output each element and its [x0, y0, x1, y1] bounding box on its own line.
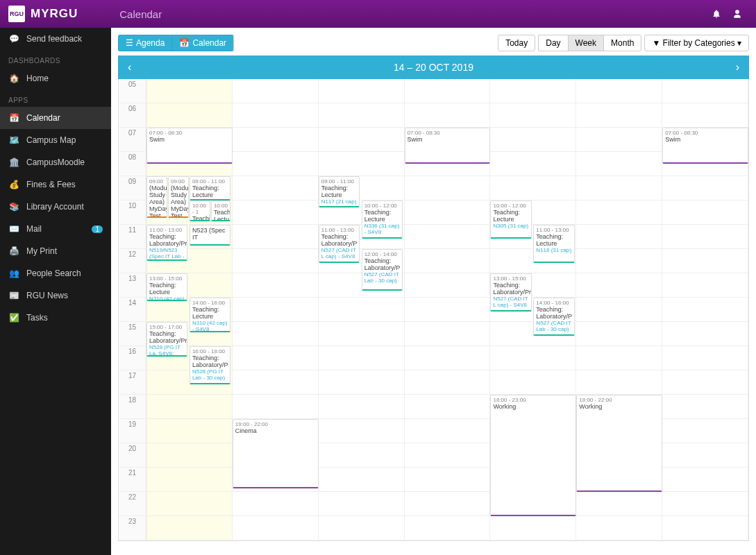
calendar-event[interactable]: 09:00 - 11:00Teaching: LectureN117 (21 c…: [319, 176, 360, 207]
event-title: Teaching: Laboratory/Pr: [149, 233, 185, 247]
calendar-view-button[interactable]: 📅Calendar: [171, 35, 234, 51]
event-title: Teachi Lectu: [214, 209, 228, 221]
calendar-event[interactable]: 13:00 - 15:00Teaching: LectureN310 (42 c…: [146, 273, 187, 301]
calendar-event[interactable]: 07:00 - 08:30Swim: [405, 128, 491, 164]
event-time: 14:00 - 16:00: [192, 300, 228, 306]
calendar-event[interactable]: 16:00 - 18:00Teaching: Laboratory/PN528 …: [190, 346, 230, 384]
sidebar-item-campus-map[interactable]: 🗺️Campus Map: [0, 129, 111, 151]
sidebar-section-apps: APPS: [0, 89, 111, 107]
calendar-icon: 📅: [8, 113, 19, 123]
day-column-tue[interactable]: 19:00 - 22:00Cinema: [233, 79, 319, 540]
event-time: 07:00 - 08:30: [408, 130, 488, 136]
calendar-event[interactable]: 09:00(Modu Study Area) MyDay Test…: [168, 176, 189, 218]
event-title: Teaching: Lecture: [364, 209, 400, 223]
day-column-fri[interactable]: 10:00 - 12:00Teaching: LectureN305 (31 c…: [490, 79, 576, 540]
calendar-event[interactable]: 10:00Teachi Lectu: [211, 200, 230, 221]
hour-label: 11: [119, 225, 146, 248]
event-time: 18:00 - 23:00: [493, 397, 573, 403]
event-title: Swim: [408, 136, 488, 143]
event-room: N527 (CAD IT Lab - 30 cap): [536, 320, 571, 332]
day-button[interactable]: Day: [538, 35, 567, 51]
button-label: Filter by Categories: [663, 38, 735, 48]
sidebar-label: Home: [26, 74, 49, 83]
calendar-event[interactable]: 07:00 - 08:30Swim: [662, 128, 748, 164]
bell-icon[interactable]: [706, 3, 727, 24]
sidebar-item-mail[interactable]: ✉️Mail1: [0, 218, 111, 240]
calendar-event[interactable]: 07:00 - 08:30Swim: [146, 128, 233, 164]
event-title: Working: [493, 403, 573, 410]
day-column-wed[interactable]: 09:00 - 11:00Teaching: LectureN117 (21 c…: [319, 79, 405, 540]
event-title: Teaching: Laboratory/Pr: [149, 330, 185, 344]
calendar-grid: 05060708091011121314151617181920212223 0…: [118, 79, 749, 541]
sidebar-item-campus-moodle[interactable]: 🏛️CampusMoodle: [0, 151, 111, 173]
event-room: N310 (42 cap): [149, 296, 185, 301]
event-time: 15:00 - 17:00: [149, 324, 185, 330]
calendar-event[interactable]: N523 (Spec IT: [190, 225, 230, 246]
sidebar-item-home[interactable]: 🏠Home: [0, 67, 111, 89]
calendar-event[interactable]: 18:00 - 23:00Working: [490, 395, 576, 516]
sidebar-item-print[interactable]: 🖨️My Print: [0, 240, 111, 262]
sidebar-label: My Print: [26, 246, 57, 256]
sidebar-label: Library Account: [26, 202, 84, 212]
day-column-sat[interactable]: 18:00 - 22:00Working: [576, 79, 662, 540]
event-room: N527 (CAD IT Lab - 30 cap): [364, 271, 400, 284]
event-time: 12:00 - 14:00: [364, 251, 400, 257]
calendar-event[interactable]: 13:00 - 15:00Teaching: Laboratory/Practi…: [490, 273, 531, 311]
event-time: 09:00: [149, 178, 165, 185]
user-icon[interactable]: [727, 3, 748, 24]
next-week-button[interactable]: ›: [736, 61, 739, 74]
hour-label: 12: [119, 249, 146, 273]
calendar-event[interactable]: 10:00 - 1Teachi Labora: [190, 200, 210, 221]
calendar-event[interactable]: 12:00 - 14:00Teaching: Laboratory/PN527 …: [362, 249, 403, 291]
sidebar-item-feedback[interactable]: 💬Send feedback: [0, 28, 111, 50]
main-content: ☰Agenda 📅Calendar Today Day Week Month ▼…: [111, 28, 756, 555]
sidebar-item-fines[interactable]: 💰Fines & Fees: [0, 173, 111, 196]
event-title: Cinema: [235, 427, 316, 434]
today-button[interactable]: Today: [498, 35, 535, 51]
agenda-button[interactable]: ☰Agenda: [118, 35, 171, 51]
calendar-event[interactable]: 19:00 - 22:00Cinema: [233, 419, 319, 488]
calendar-event[interactable]: 11:00 - 13:00Teaching: Laboratory/PN527 …: [319, 225, 360, 263]
list-icon: ☰: [126, 38, 133, 48]
event-time: 11:00 - 13:00: [149, 227, 185, 233]
event-time: 09:00 - 11:00: [192, 178, 228, 185]
sidebar-item-tasks[interactable]: ✅Tasks: [0, 307, 111, 329]
brand: MYRGU: [31, 7, 78, 21]
print-icon: 🖨️: [8, 246, 19, 256]
calendar-event[interactable]: 10:00 - 12:00Teaching: LectureN305 (31 c…: [490, 200, 531, 239]
month-button[interactable]: Month: [603, 35, 641, 51]
calendar-event[interactable]: 15:00 - 17:00Teaching: Laboratory/PrN528…: [146, 322, 187, 357]
sidebar-item-library[interactable]: 📚Library Account: [0, 196, 111, 218]
event-time: 10:00: [214, 203, 228, 209]
sidebar-item-calendar[interactable]: 📅Calendar: [0, 107, 111, 129]
calendar-event[interactable]: 11:00 - 13:00Teaching: Laboratory/PrN519…: [146, 225, 187, 261]
week-button[interactable]: Week: [568, 35, 603, 51]
prev-week-button[interactable]: ‹: [128, 61, 131, 74]
hour-label: 14: [119, 298, 146, 321]
sidebar-label: CampusMoodle: [26, 157, 85, 167]
hour-label: 17: [119, 370, 146, 394]
calendar-event[interactable]: 14:00 - 16:00Teaching: Laboratory/PN527 …: [533, 298, 574, 336]
event-time: 07:00 - 08:30: [665, 130, 746, 136]
event-room: N519/N523 (Spec IT Lab - 36 cap) - S4V8: [149, 247, 185, 261]
sidebar-label: Campus Map: [26, 135, 76, 145]
sidebar-item-news[interactable]: 📰RGU News: [0, 284, 111, 307]
day-column-mon[interactable]: 07:00 - 08:30Swim09:00(Modu Study Area) …: [146, 79, 233, 540]
event-room: N528 (PG IT Lab - 30 cap): [192, 368, 228, 381]
day-column-thu[interactable]: 07:00 - 08:30Swim: [405, 79, 491, 540]
calendar-event[interactable]: 18:00 - 22:00Working: [576, 395, 662, 492]
calendar-event[interactable]: 09:00 - 11:00Teaching: Lecture: [190, 176, 230, 200]
calendar-event[interactable]: 09:00(Modu Study Area) MyDay Test…: [146, 176, 167, 218]
day-column-sun[interactable]: 07:00 - 08:30Swim: [662, 79, 748, 540]
calendar-event[interactable]: 14:00 - 16:00Teaching: LectureN310 (42 c…: [190, 298, 230, 332]
calendar-event[interactable]: 11:00 - 13:00Teaching: LectureN118 (31 c…: [533, 225, 574, 263]
event-title: Teaching: Laboratory/P: [321, 233, 357, 247]
sidebar-label: Tasks: [26, 313, 48, 323]
calendar-event[interactable]: 10:00 - 12:00Teaching: LectureN336 (31 c…: [362, 200, 403, 239]
sidebar-label: RGU News: [26, 291, 68, 300]
event-room: N527 (CAD IT L cap) - S4V8: [493, 296, 528, 308]
event-title: Teaching: Lecture: [321, 185, 357, 198]
event-title: Teaching: Lecture: [192, 185, 228, 198]
sidebar-item-people[interactable]: 👥People Search: [0, 262, 111, 284]
filter-button[interactable]: ▼ Filter by Categories ▾: [644, 35, 749, 51]
